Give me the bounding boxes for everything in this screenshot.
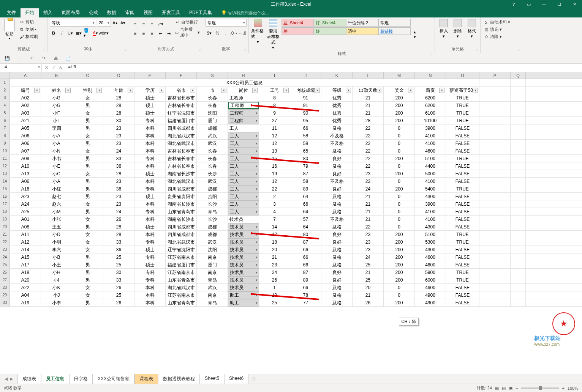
currency-button[interactable]: $▾ [206, 29, 213, 37]
data-cell[interactable]: 不及格 [321, 140, 353, 147]
data-cell[interactable]: 24 [103, 208, 134, 215]
percent-button[interactable]: % [214, 29, 221, 37]
title-cell[interactable]: XXX公司员工信息 [10, 79, 479, 86]
clear-button[interactable]: ◇清除▾ [483, 33, 520, 40]
data-cell[interactable]: 及格 [321, 299, 353, 306]
data-cell[interactable]: 36 [103, 185, 134, 192]
data-cell[interactable]: 技术员 [228, 238, 259, 246]
col-header-K[interactable]: K [321, 72, 353, 79]
col-header-M[interactable]: M [384, 72, 415, 79]
data-cell[interactable]: 24 [353, 185, 384, 192]
data-cell[interactable]: 21 [353, 109, 384, 116]
data-cell[interactable]: 23 [353, 231, 384, 238]
data-cell[interactable]: 优秀 [321, 109, 353, 116]
filter-header[interactable]: 薪资 [415, 87, 446, 94]
data-cell[interactable]: 女 [72, 132, 103, 139]
row-header[interactable]: 19 [0, 216, 10, 223]
data-cell[interactable]: 16 [259, 162, 290, 170]
data-cell[interactable]: 12 [259, 132, 290, 139]
data-cell[interactable]: 12 [259, 140, 290, 147]
format-cells[interactable]: 格式▾ [465, 19, 478, 46]
data-cell[interactable]: 男 [72, 276, 103, 283]
data-cell[interactable]: 57 [290, 216, 321, 223]
col-header-F[interactable]: F [166, 72, 197, 79]
data-cell[interactable]: 23 [103, 178, 134, 185]
data-cell[interactable]: 本科 [134, 200, 166, 208]
data-cell[interactable]: 87 [290, 238, 321, 246]
tab-view[interactable]: 视图 [139, 8, 157, 17]
delete-cells[interactable]: 删除▾ [451, 19, 464, 46]
col-header-L[interactable]: L [353, 72, 384, 79]
data-cell[interactable]: 武汉 [197, 178, 228, 185]
filter-header[interactable]: 薪资高于500 [446, 87, 479, 94]
filter-header[interactable]: 奖金 [384, 87, 415, 94]
data-cell[interactable]: FALSE [446, 208, 479, 215]
empty-cell[interactable] [197, 307, 228, 307]
data-cell[interactable]: 四川省成都市 [166, 223, 197, 230]
data-cell[interactable]: 专科 [134, 117, 166, 124]
align-mid[interactable]: ≡ [140, 20, 147, 28]
data-cell[interactable]: 200 [384, 269, 415, 276]
data-cell[interactable]: 及格 [321, 162, 353, 170]
data-cell[interactable]: 良好 [321, 155, 353, 162]
data-cell[interactable]: 武汉 [197, 140, 228, 147]
data-cell[interactable]: A06 [10, 178, 41, 185]
tab-formula[interactable]: 公式 [84, 8, 103, 17]
row-header[interactable]: 22 [0, 238, 10, 246]
data-cell[interactable]: 小李 [41, 299, 72, 306]
data-cell[interactable]: A03 [10, 109, 41, 116]
data-cell[interactable]: 7 [259, 216, 290, 223]
data-cell[interactable]: 小M [41, 208, 72, 215]
data-cell[interactable]: 77 [290, 299, 321, 306]
data-cell[interactable]: FALSE [446, 284, 479, 291]
empty-cell[interactable] [134, 307, 166, 307]
data-cell[interactable]: 工人 [228, 200, 259, 208]
data-cell[interactable]: 33 [103, 276, 134, 283]
data-cell[interactable]: 58 [290, 178, 321, 185]
data-cell[interactable]: 江苏省南京市 [166, 291, 197, 299]
data-cell[interactable]: 26 [103, 299, 134, 306]
data-cell[interactable]: 小韦 [41, 155, 72, 162]
data-cell[interactable]: 28 [103, 170, 134, 177]
data-cell[interactable]: 长春 [197, 94, 228, 101]
window-minimize[interactable]: — [536, 0, 552, 8]
data-cell[interactable]: 青岛 [197, 208, 228, 215]
data-cell[interactable]: 赵六 [41, 200, 72, 208]
data-cell[interactable]: 22 [353, 155, 384, 162]
data-cell[interactable]: 21 [353, 94, 384, 101]
data-cell[interactable]: 助工 [228, 291, 259, 299]
data-cell[interactable]: TRUE [446, 238, 479, 246]
data-cell[interactable]: 200 [384, 94, 415, 101]
data-cell[interactable]: 男 [72, 140, 103, 147]
data-cell[interactable]: TRUE [446, 185, 479, 192]
font-size-select[interactable]: 20 [97, 19, 111, 27]
data-cell[interactable]: 200 [384, 102, 415, 109]
filter-header[interactable]: 编号 [10, 87, 41, 94]
style-neutral[interactable]: 适中 [346, 27, 378, 35]
data-cell[interactable]: 4600 [415, 253, 446, 261]
indent-dec[interactable]: ⇤ [157, 30, 164, 37]
data-cell[interactable]: 64 [290, 193, 321, 200]
data-cell[interactable]: A21 [10, 117, 41, 124]
tab-insert[interactable]: 插入 [39, 8, 57, 17]
filter-header[interactable]: 性别 [72, 87, 103, 94]
data-cell[interactable]: 58 [290, 140, 321, 147]
font-name-select[interactable]: 等线 [50, 19, 96, 27]
data-cell[interactable]: 26 [353, 299, 384, 306]
data-cell[interactable]: 小G [41, 102, 72, 109]
data-cell[interactable]: TRUE [446, 94, 479, 101]
autosum[interactable]: Σ自动求和▾ [483, 19, 520, 25]
data-cell[interactable]: 男 [72, 261, 103, 268]
data-cell[interactable]: 24 [103, 147, 134, 154]
style-hyperlink[interactable]: 超链接 [378, 27, 411, 35]
data-cell[interactable]: 男 [72, 208, 103, 215]
row-header[interactable]: 13 [0, 170, 10, 177]
data-cell[interactable]: 20 [353, 284, 384, 291]
data-cell[interactable]: 25 [103, 261, 134, 268]
data-cell[interactable]: 5400 [415, 185, 446, 192]
sheet-tab[interactable]: 课程表 [134, 374, 158, 384]
col-header-B[interactable]: B [41, 72, 72, 79]
data-cell[interactable]: 专科 [134, 269, 166, 276]
data-cell[interactable]: 66 [290, 200, 321, 208]
data-cell[interactable]: FALSE [446, 223, 479, 230]
